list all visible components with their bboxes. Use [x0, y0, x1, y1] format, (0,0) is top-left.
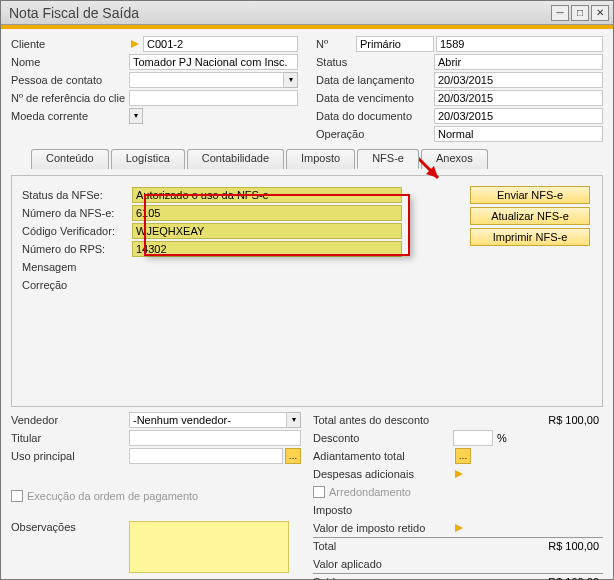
nfse-status-label: Status da NFSe: — [22, 189, 132, 201]
header-left: Cliente C001-2 Nome Tomador PJ Nacional … — [11, 35, 298, 143]
adiant-browse-button[interactable]: … — [455, 448, 471, 464]
obs-label: Observações — [11, 521, 129, 573]
oper-label: Operação — [316, 128, 434, 140]
tab-strip: Conteúdo Logística Contabilidade Imposto… — [11, 149, 603, 169]
saldo-val: R$ 100,00 — [453, 576, 603, 580]
obs-textarea[interactable] — [129, 521, 289, 573]
window: Nota Fiscal de Saída ─ □ ✕ Cliente C001-… — [0, 0, 614, 580]
tab-anexos[interactable]: Anexos — [421, 149, 488, 169]
minimize-button[interactable]: ─ — [551, 5, 569, 21]
cliente-field[interactable]: C001-2 — [143, 36, 298, 52]
num-val-field[interactable]: 1589 — [436, 36, 603, 52]
nfse-msg-label: Mensagem — [22, 261, 132, 273]
moeda-label: Moeda corrente — [11, 110, 129, 122]
oper-field: Normal — [434, 126, 603, 142]
desconto-label: Desconto — [313, 432, 453, 444]
nfse-corr-label: Correção — [22, 279, 132, 291]
saldo-label: Saldo — [313, 576, 453, 580]
nfse-numero-field: 6105 — [132, 205, 402, 221]
tot-antes-val: R$ 100,00 — [453, 414, 603, 426]
venc-field[interactable]: 20/03/2015 — [434, 90, 603, 106]
desconto-pct-field[interactable] — [453, 430, 493, 446]
vendedor-field[interactable]: -Nenhum vendedor- — [129, 412, 287, 428]
uso-browse-button[interactable]: … — [285, 448, 301, 464]
exec-ordem-label: Execução da ordem de pagamento — [27, 490, 198, 502]
doc-field[interactable]: 20/03/2015 — [434, 108, 603, 124]
atualizar-nfse-button[interactable]: Atualizar NFS-e — [470, 207, 590, 225]
tot-antes-label: Total antes do desconto — [313, 414, 453, 426]
nfse-rps-field: 14302 — [132, 241, 402, 257]
refcli-field[interactable] — [129, 90, 298, 106]
nfse-numero-label: Número da NFS-e: — [22, 207, 132, 219]
refcli-label: Nº de referência do clie — [11, 92, 129, 104]
vendedor-dropdown[interactable]: ▾ — [287, 412, 301, 428]
moeda-dropdown[interactable]: ▾ — [129, 108, 143, 124]
lanc-label: Data de lançamento — [316, 74, 434, 86]
contato-label: Pessoa de contato — [11, 74, 129, 86]
tab-conteudo[interactable]: Conteúdo — [31, 149, 109, 169]
link-arrow-icon[interactable] — [129, 38, 141, 50]
status-label: Status — [316, 56, 434, 68]
tab-contabilidade[interactable]: Contabilidade — [187, 149, 284, 169]
enviar-nfse-button[interactable]: Enviar NFS-e — [470, 186, 590, 204]
maximize-button[interactable]: □ — [571, 5, 589, 21]
titlebar: Nota Fiscal de Saída ─ □ ✕ — [1, 1, 613, 25]
tab-logistica[interactable]: Logística — [111, 149, 185, 169]
close-button[interactable]: ✕ — [591, 5, 609, 21]
bottom-right: Total antes do descontoR$ 100,00 Descont… — [313, 411, 603, 580]
nfse-codver-label: Código Verificador: — [22, 225, 132, 237]
window-title: Nota Fiscal de Saída — [9, 5, 549, 21]
exec-ordem-checkbox[interactable] — [11, 490, 23, 502]
nfse-status-field: Autorizado o uso da NFS-e — [132, 187, 402, 203]
bottom-left: Vendedor -Nenhum vendedor- ▾ Titular Uso… — [11, 411, 301, 580]
imprimir-nfse-button[interactable]: Imprimir NFS-e — [470, 228, 590, 246]
adiant-label: Adiantamento total — [313, 450, 453, 462]
contato-field[interactable] — [129, 72, 284, 88]
nome-field[interactable]: Tomador PJ Nacional com Insc. — [129, 54, 298, 70]
tab-imposto[interactable]: Imposto — [286, 149, 355, 169]
link-arrow-icon[interactable] — [453, 468, 465, 480]
despesas-label: Despesas adicionais — [313, 468, 453, 480]
venc-label: Data de vencimento — [316, 92, 434, 104]
nfse-rps-label: Número do RPS: — [22, 243, 132, 255]
imposto-label: Imposto — [313, 504, 453, 516]
pct-symbol: % — [497, 432, 507, 444]
tab-nfse[interactable]: NFS-e — [357, 149, 419, 169]
cliente-label: Cliente — [11, 38, 129, 50]
total-val: R$ 100,00 — [453, 540, 603, 552]
doc-label: Data do documento — [316, 110, 434, 122]
titular-field[interactable] — [129, 430, 301, 446]
titular-label: Titular — [11, 432, 129, 444]
arred-label: Arredondamento — [329, 486, 411, 498]
impret-label: Valor de imposto retido — [313, 522, 453, 534]
header-right: Nº Primário 1589 Status Abrir Data de la… — [316, 35, 603, 143]
lanc-field[interactable]: 20/03/2015 — [434, 72, 603, 88]
total-label: Total — [313, 540, 453, 552]
status-field: Abrir — [434, 54, 603, 70]
num-label: Nº — [316, 38, 356, 50]
nfse-buttons: Enviar NFS-e Atualizar NFS-e Imprimir NF… — [470, 186, 590, 249]
nome-label: Nome — [11, 56, 129, 68]
arred-checkbox[interactable] — [313, 486, 325, 498]
uso-label: Uso principal — [11, 450, 129, 462]
vendedor-label: Vendedor — [11, 414, 129, 426]
uso-field[interactable] — [129, 448, 283, 464]
num-tipo-field[interactable]: Primário — [356, 36, 434, 52]
link-arrow-icon[interactable] — [453, 522, 465, 534]
nfse-codver-field: WJEQHXEAY — [132, 223, 402, 239]
contato-dropdown[interactable]: ▾ — [284, 72, 298, 88]
vaplic-label: Valor aplicado — [313, 558, 453, 570]
nfse-fields: Status da NFSe:Autorizado o uso da NFS-e… — [22, 186, 402, 294]
tab-panel: Status da NFSe:Autorizado o uso da NFS-e… — [11, 175, 603, 407]
